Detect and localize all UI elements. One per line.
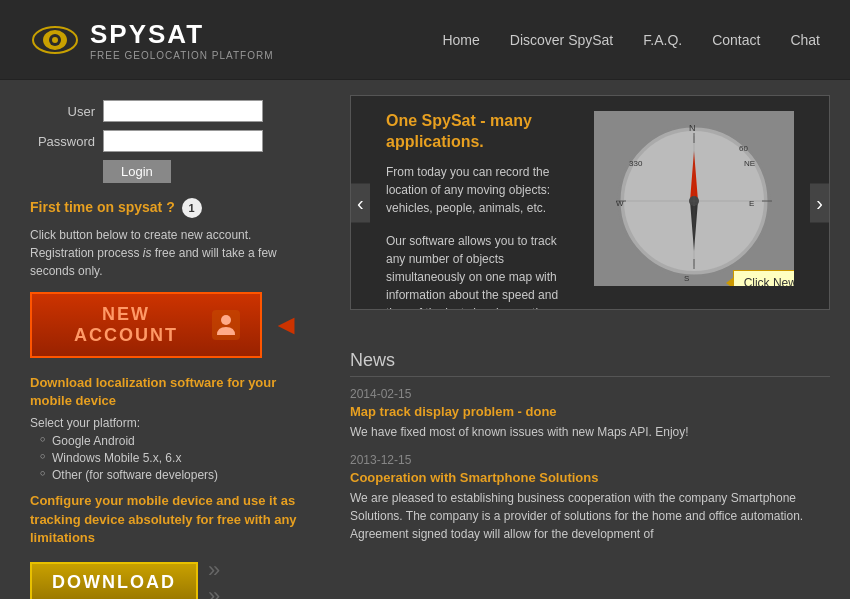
logo-subtitle: FREE GEOLOCATION PLATFORM <box>90 50 274 61</box>
configure-section: Configure your mobile device and use it … <box>30 492 300 599</box>
logo-text-area: SPYSAT FREE GEOLOCATION PLATFORM <box>90 19 274 61</box>
logo-title: SPYSAT <box>90 19 274 50</box>
person-icon <box>212 310 240 340</box>
news-section: News 2014-02-15 Map track display proble… <box>350 350 830 543</box>
new-account-row: NEW ACCOUNT ◄ <box>30 292 300 358</box>
nav-contact[interactable]: Contact <box>712 32 760 48</box>
user-label: User <box>30 104 95 119</box>
platform-label: Select your platform: <box>30 416 300 430</box>
logo-area: SPYSAT FREE GEOLOCATION PLATFORM <box>30 19 274 61</box>
svg-point-4 <box>221 315 231 325</box>
nav-chat[interactable]: Chat <box>790 32 820 48</box>
nav-faq[interactable]: F.A.Q. <box>643 32 682 48</box>
main: User Password Login First time on spysat… <box>0 80 850 599</box>
svg-text:W: W <box>616 199 624 208</box>
first-time-section: First time on spysat ? 1 Click button be… <box>30 198 300 280</box>
spy-text: SPYSAT <box>90 19 204 49</box>
compass-svg: N 330 60 NE E S W <box>594 111 794 286</box>
svg-text:S: S <box>684 274 689 283</box>
svg-text:330: 330 <box>629 159 643 168</box>
header: SPYSAT FREE GEOLOCATION PLATFORM Home Di… <box>0 0 850 80</box>
first-time-line1: Click button below to create new account… <box>30 228 251 242</box>
download-title: Download localization software for your … <box>30 374 300 410</box>
svg-point-3 <box>52 37 58 43</box>
tooltip-arrow <box>726 277 734 286</box>
svg-text:N: N <box>689 123 696 133</box>
left-panel: User Password Login First time on spysat… <box>0 80 330 599</box>
password-label: Password <box>30 134 95 149</box>
download-btn-row: DOWNLOAD »» <box>30 557 300 599</box>
carousel-headline: One SpySat - many applications. <box>386 111 579 153</box>
login-form: User Password Login <box>30 100 300 183</box>
password-row: Password <box>30 130 300 152</box>
carousel-image: N 330 60 NE E S W <box>594 111 794 286</box>
download-button[interactable]: DOWNLOAD <box>30 562 198 599</box>
login-btn-row: Login <box>30 160 300 183</box>
news-date-1: 2014-02-15 <box>350 387 830 401</box>
login-button[interactable]: Login <box>103 160 171 183</box>
carousel-prev-button[interactable]: ‹ <box>351 183 370 222</box>
platform-other[interactable]: Other (for software developers) <box>40 468 300 482</box>
tooltip-callout: Click New Account <box>733 270 794 286</box>
new-account-label: NEW ACCOUNT <box>52 304 200 346</box>
password-input[interactable] <box>103 130 263 152</box>
nav-home[interactable]: Home <box>442 32 479 48</box>
download-section: Download localization software for your … <box>30 374 300 482</box>
svg-text:NE: NE <box>744 159 755 168</box>
badge-number: 1 <box>182 198 202 218</box>
carousel-next-button[interactable]: › <box>810 183 829 222</box>
user-row: User <box>30 100 300 122</box>
carousel: ‹ One SpySat - many applications. From t… <box>350 95 830 310</box>
carousel-text: One SpySat - many applications. From tod… <box>386 111 579 294</box>
carousel-content: One SpySat - many applications. From tod… <box>366 111 814 294</box>
news-item-1: 2014-02-15 Map track display problem - d… <box>350 387 830 441</box>
right-panel: ‹ One SpySat - many applications. From t… <box>330 80 850 599</box>
news-item-body-1: We have fixed most of known issues with … <box>350 423 830 441</box>
configure-title: Configure your mobile device and use it … <box>30 492 300 547</box>
svg-text:60: 60 <box>739 144 748 153</box>
main-nav: Home Discover SpySat F.A.Q. Contact Chat <box>442 32 820 48</box>
first-time-line2: Registration process <box>30 246 143 260</box>
platform-windows-mobile[interactable]: Windows Mobile 5.x, 6.x <box>40 451 300 465</box>
news-item-body-2: We are pleased to establishing business … <box>350 489 830 543</box>
platform-list: Google Android Windows Mobile 5.x, 6.x O… <box>40 434 300 482</box>
news-item-title-2[interactable]: Cooperation with Smartphone Solutions <box>350 470 830 485</box>
double-chevron-icon: »» <box>208 557 220 599</box>
platform-android[interactable]: Google Android <box>40 434 300 448</box>
first-time-title-text: First time on spysat ? <box>30 199 175 215</box>
svg-text:E: E <box>749 199 754 208</box>
nav-discover[interactable]: Discover SpySat <box>510 32 613 48</box>
logo-icon <box>30 22 80 57</box>
user-input[interactable] <box>103 100 263 122</box>
carousel-body2: Our software allows you to track any num… <box>386 232 579 310</box>
carousel-body1: From today you can record the location o… <box>386 163 579 217</box>
news-title: News <box>350 350 395 371</box>
new-account-arrow: ◄ <box>272 309 300 341</box>
news-item-title-1[interactable]: Map track display problem - done <box>350 404 830 419</box>
new-account-button[interactable]: NEW ACCOUNT <box>30 292 262 358</box>
first-time-text: Click button below to create new account… <box>30 226 300 280</box>
news-date-2: 2013-12-15 <box>350 453 830 467</box>
news-header: News <box>350 350 830 377</box>
first-time-title: First time on spysat ? 1 <box>30 198 300 218</box>
tooltip-text: Click New Account <box>744 276 794 286</box>
news-item-2: 2013-12-15 Cooperation with Smartphone S… <box>350 453 830 543</box>
